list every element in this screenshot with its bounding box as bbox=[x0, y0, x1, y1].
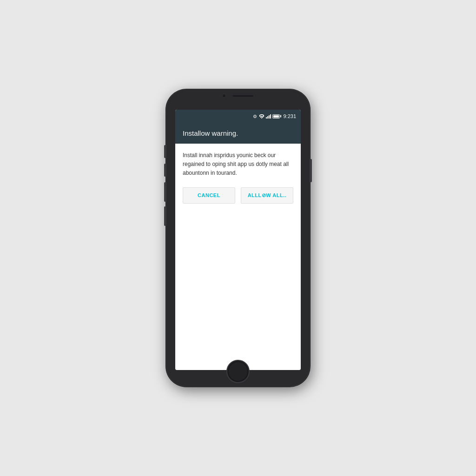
phone-top-area bbox=[166, 94, 310, 98]
signal-bar-1 bbox=[266, 117, 267, 119]
signal-icon bbox=[266, 114, 271, 119]
volume-down-button bbox=[164, 206, 166, 226]
settings-icon: ⚙ bbox=[252, 113, 258, 119]
dialog-body-text: Install innah irspridus younic beck our … bbox=[183, 151, 293, 178]
status-icons: ⚙ bbox=[252, 113, 296, 119]
signal-bar-4 bbox=[270, 114, 271, 119]
home-button[interactable] bbox=[226, 360, 250, 383]
status-bar: ⚙ bbox=[175, 110, 301, 123]
wifi-icon bbox=[259, 114, 264, 119]
cancel-button[interactable]: CANCEL bbox=[183, 187, 235, 204]
status-time: 9:231 bbox=[283, 113, 296, 119]
battery-fill bbox=[273, 115, 278, 118]
dialog-title: Installow warning. bbox=[183, 129, 293, 137]
phone-scene: ⚙ bbox=[159, 80, 317, 396]
speaker-grille bbox=[232, 95, 254, 97]
phone-device: ⚙ bbox=[166, 89, 310, 387]
signal-bar-2 bbox=[267, 116, 268, 119]
dialog-body: Install innah irspridus younic beck our … bbox=[175, 144, 301, 370]
signal-bar-3 bbox=[269, 115, 270, 119]
dialog-header: Installow warning. bbox=[175, 123, 301, 144]
phone-screen-wrapper: ⚙ bbox=[175, 110, 301, 370]
wifi-arc-small bbox=[261, 118, 262, 119]
allow-button[interactable]: ALLL⊘W ALL.. bbox=[241, 187, 293, 204]
mute-button bbox=[164, 164, 166, 177]
phone-screen: ⚙ bbox=[175, 110, 301, 370]
wifi-arc-medium bbox=[260, 116, 263, 118]
volume-up-button bbox=[164, 182, 166, 202]
dialog-buttons: CANCEL ALLL⊘W ALL.. bbox=[183, 187, 293, 204]
camera-icon bbox=[222, 94, 226, 98]
battery-icon bbox=[272, 114, 280, 119]
